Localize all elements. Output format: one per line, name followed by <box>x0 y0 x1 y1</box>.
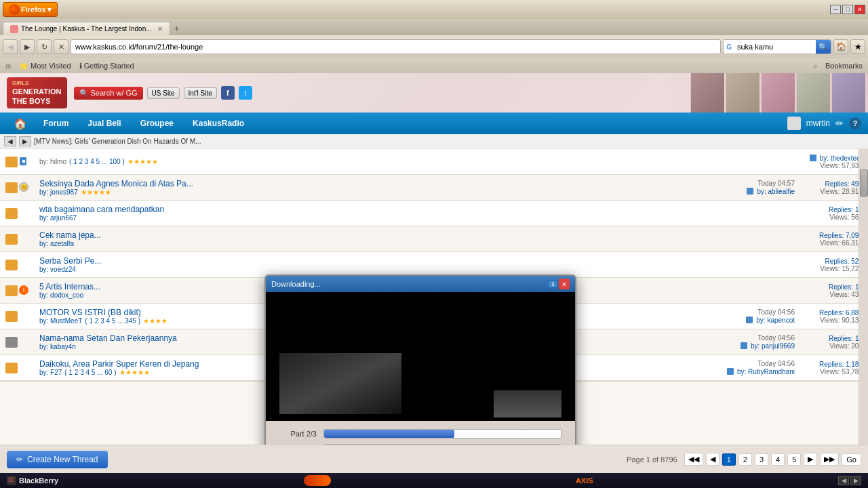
page-4-button[interactable]: 4 <box>771 453 785 466</box>
popup-info-button[interactable]: ℹ <box>548 280 557 288</box>
page-1-button[interactable]: 1 <box>722 453 736 466</box>
user-avatar <box>787 117 801 130</box>
header-avatars <box>665 73 868 113</box>
bookmark-most-visited[interactable]: ⭐ Most Visited <box>19 62 71 70</box>
nav-home-button[interactable]: 🏠 <box>7 117 34 130</box>
browser-navbar: ◀ ▶ ↻ ✕ G 🔍 🏠 ★ <box>0 35 868 58</box>
footer-collapse-left[interactable]: ◀ <box>838 476 849 485</box>
back-button[interactable]: ◀ <box>3 39 18 54</box>
firefox-label: Firefox <box>21 5 46 14</box>
last-time: Today 04:56 <box>686 360 795 367</box>
active-tab[interactable]: The Lounge | Kaskus - The Largest Indon.… <box>3 22 170 35</box>
thread-meta: by: arjun667 <box>39 214 795 222</box>
next-page-step-button[interactable]: ▶ <box>804 453 817 466</box>
scrollbar-thumb[interactable] <box>860 169 868 197</box>
stop-button[interactable]: ✕ <box>54 39 68 54</box>
nav-groupee[interactable]: Groupee <box>131 115 183 132</box>
page-5-button[interactable]: 5 <box>787 453 801 466</box>
flag-icon <box>19 157 30 167</box>
site-logo: GIRLS GENERATION THE BOYS <box>7 77 67 109</box>
nav-forum[interactable]: Forum <box>34 115 78 132</box>
tab-title: The Lounge | Kaskus - The Largest Indon.… <box>21 25 152 33</box>
part-progress-row: Part 2/3 <box>279 429 561 439</box>
svg-rect-1 <box>22 160 25 163</box>
axis-label: AXIS <box>576 476 593 485</box>
close-button[interactable]: ✕ <box>854 5 865 14</box>
search-gg-button[interactable]: 🔍 Search w/ GG <box>74 87 143 100</box>
video-display-area <box>266 292 575 421</box>
prev-page-step-button[interactable]: ◀ <box>706 453 719 466</box>
twitter-button[interactable]: t <box>239 86 252 100</box>
maximize-button[interactable]: □ <box>842 5 853 14</box>
forum-content: by: hilmo ( 1 2 3 4 5 ... 100 ) ★★★★★ by… <box>0 149 868 445</box>
new-tab-button[interactable]: + <box>170 22 184 35</box>
go-button[interactable]: Go <box>842 453 861 466</box>
warning-icon: ! <box>19 285 28 295</box>
minimize-button[interactable]: ─ <box>830 5 841 14</box>
thread-stats: Replies: 1,189 Views: 53,787 <box>795 361 863 375</box>
footer-collapse-right[interactable]: ▶ <box>850 476 861 485</box>
forward-button[interactable]: ▶ <box>20 39 35 54</box>
prev-page-button[interactable]: ◀◀ <box>684 453 703 466</box>
help-icon[interactable]: ? <box>849 117 861 129</box>
search-input[interactable] <box>734 40 816 54</box>
star-icon: ⭐ <box>19 62 28 70</box>
news-prev-button[interactable]: ◀ <box>4 136 16 146</box>
us-site-button[interactable]: US Site <box>147 87 180 99</box>
scrollbar[interactable] <box>859 149 868 445</box>
intl-site-button[interactable]: Int'l Site <box>184 87 217 99</box>
part-progress-fill <box>324 430 454 438</box>
bookmarks-expand-icon[interactable]: » <box>813 62 817 70</box>
bookmark-label: ⊞ <box>5 62 11 70</box>
thread-title[interactable]: wta bagaimana cara mendapatkan <box>39 205 795 214</box>
bookmarks-bar: ⊞ ⭐ Most Visited ℹ Getting Started » Boo… <box>0 58 868 73</box>
thread-title[interactable]: Seksinya Dada Agnes Monica di Atas Pa... <box>39 179 686 188</box>
next-page-button[interactable]: ▶▶ <box>820 453 839 466</box>
svg-point-10 <box>12 481 14 483</box>
forum-thread-row: Cek nama jepa... by: azetalfa Replies: 7… <box>0 226 868 252</box>
thread-icons <box>5 337 39 348</box>
thread-pages[interactable]: ( 1 2 3 4 5 ... 60 ) <box>64 369 116 376</box>
thread-last-post: Today 04:56 by: panjul9669 <box>686 334 795 350</box>
forum-thread-row: wta bagaimana cara mendapatkan by: arjun… <box>0 201 868 226</box>
thread-title[interactable]: Serba Serbi Pe... <box>39 256 795 266</box>
popup-title: Downloading... <box>271 280 321 288</box>
thread-stats: Replies: 522 Views: 15,721 <box>795 258 863 272</box>
firefox-logo-icon <box>9 4 20 15</box>
page-3-button[interactable]: 3 <box>755 453 768 466</box>
reload-button[interactable]: ↻ <box>37 39 52 54</box>
svg-point-7 <box>9 478 11 480</box>
browser-titlebar: Firefox ▾ ─ □ ✕ <box>0 0 868 19</box>
tab-favicon-icon <box>10 25 18 33</box>
page-2-button[interactable]: 2 <box>738 453 752 466</box>
news-next-button[interactable]: ▶ <box>19 136 31 146</box>
search-submit-button[interactable]: 🔍 <box>816 39 831 54</box>
thread-title[interactable]: Cek nama jepa... <box>39 230 795 240</box>
thread-pages[interactable]: ( 1 2 3 4 5 ... 345 ) <box>85 317 140 325</box>
nav-kaskusradio[interactable]: KaskusRadio <box>183 115 254 132</box>
thread-pages[interactable]: ( 1 2 3 4 5 ... 100 ) <box>69 158 125 165</box>
last-time: Today 04:56 <box>686 334 795 342</box>
edit-profile-icon[interactable]: ✏ <box>835 118 844 129</box>
svg-point-8 <box>12 478 14 480</box>
address-bar[interactable] <box>71 39 721 54</box>
facebook-button[interactable]: f <box>221 86 235 100</box>
last-time: Today 04:57 <box>686 180 795 187</box>
thread-stats: Replies: 499 Views: 28,919 <box>795 180 863 195</box>
avatar-thumb-5 <box>831 73 865 113</box>
nav-jual-beli[interactable]: Jual Beli <box>78 115 130 132</box>
bookmark-getting-started[interactable]: ℹ Getting Started <box>79 62 134 70</box>
bookmarks-menu[interactable]: Bookmarks <box>825 62 863 70</box>
home-button[interactable]: 🏠 <box>833 39 848 54</box>
bookmark-button[interactable]: ★ <box>850 39 865 54</box>
thread-icons <box>5 363 39 373</box>
thread-stats: Replies: 11 Views: 565 <box>795 206 863 221</box>
thread-icon <box>5 260 18 270</box>
popup-close-button[interactable]: ✕ <box>559 279 570 289</box>
firefox-menu-button[interactable]: Firefox ▾ <box>3 2 58 17</box>
thread-stats: Replies: 6,882 Views: 90,130 <box>795 309 863 324</box>
tab-close-button[interactable]: ✕ <box>157 25 163 33</box>
total-progress-bar <box>323 444 561 445</box>
create-thread-button[interactable]: ✏ Create New Thread <box>7 451 108 468</box>
svg-rect-5 <box>741 342 747 349</box>
